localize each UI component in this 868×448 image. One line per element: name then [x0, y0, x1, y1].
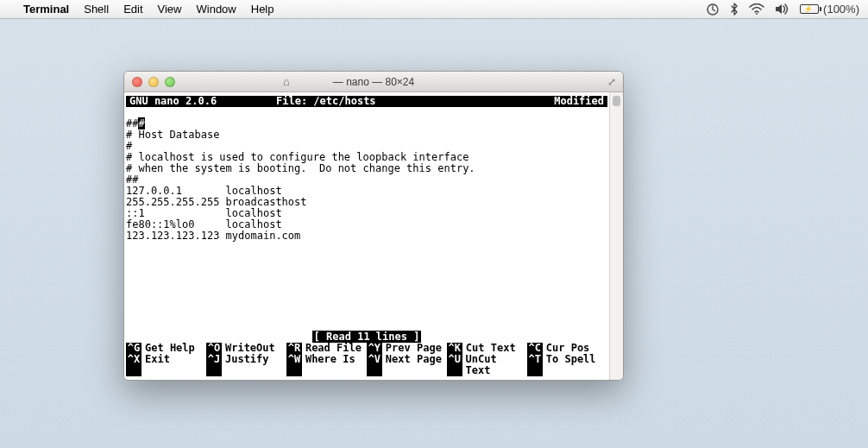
shortcut-to-spell: ^TTo Spell — [527, 354, 607, 376]
menu-help[interactable]: Help — [251, 3, 274, 16]
battery-percent: (100%) — [823, 3, 859, 16]
home-icon: ⌂ — [283, 75, 290, 88]
shortcut-exit: ^XExit — [126, 354, 206, 376]
shortcut-key: ^W — [286, 354, 302, 376]
nano-header: GNU nano 2.0.6 File: /etc/hosts Modified — [126, 96, 607, 107]
fullscreen-icon[interactable]: ⤢ — [607, 76, 616, 88]
terminal-content[interactable]: GNU nano 2.0.6 File: /etc/hosts Modified… — [124, 92, 609, 380]
shortcut-where-is: ^WWhere Is — [286, 354, 367, 376]
menu-edit[interactable]: Edit — [123, 3, 142, 16]
volume-icon[interactable] — [775, 3, 789, 15]
close-button[interactable] — [132, 77, 142, 87]
shortcut-label: Where Is — [302, 354, 355, 376]
shortcut-label: UnCut Text — [462, 354, 527, 376]
shortcut-next-page: ^VNext Page — [367, 354, 447, 376]
cursor: # — [138, 117, 144, 129]
bluetooth-icon[interactable] — [730, 3, 739, 16]
shortcut-key: ^V — [367, 354, 382, 376]
svg-point-1 — [756, 13, 758, 15]
shortcut-justify: ^JJustify — [206, 354, 286, 376]
zoom-button[interactable] — [165, 77, 175, 87]
shortcut-key: ^T — [527, 354, 543, 376]
shortcut-key: ^X — [126, 354, 142, 376]
menu-window[interactable]: Window — [197, 3, 236, 16]
nano-modified: Modified — [535, 96, 604, 107]
shortcut-label: Justify — [222, 354, 269, 376]
menu-bar: Terminal Shell Edit View Window Help ⚡ (… — [0, 0, 868, 19]
nano-shortcuts: ^GGet Help^OWriteOut^RRead File^YPrev Pa… — [126, 343, 607, 376]
titlebar[interactable]: ⌂ — nano — 80×24 ⤢ — [124, 72, 623, 92]
app-name[interactable]: Terminal — [23, 3, 69, 16]
file-line: 123.123.123.123 mydomain.com — [126, 230, 607, 242]
battery-status[interactable]: ⚡ (100%) — [800, 3, 859, 16]
file-line: # Host Database — [126, 129, 607, 141]
time-machine-icon[interactable] — [706, 3, 720, 16]
scrollbar[interactable] — [609, 92, 623, 380]
menu-view[interactable]: View — [158, 3, 182, 16]
shortcut-uncut-text: ^UUnCut Text — [447, 354, 527, 376]
window-title: — nano — 80×24 — [333, 76, 414, 88]
minimize-button[interactable] — [148, 77, 159, 87]
shortcut-label: Next Page — [382, 354, 442, 376]
shortcut-key: ^J — [206, 354, 222, 376]
shortcut-label: To Spell — [543, 354, 596, 376]
menu-shell[interactable]: Shell — [84, 3, 109, 16]
file-line: # when the system is booting. Do not cha… — [126, 163, 607, 174]
nano-file: File: /etc/hosts — [276, 96, 535, 107]
wifi-icon[interactable] — [749, 3, 764, 15]
shortcut-key: ^U — [447, 354, 462, 376]
plug-icon: ⚡ — [804, 6, 813, 13]
shortcut-label: Exit — [142, 354, 170, 376]
terminal-window: ⌂ — nano — 80×24 ⤢ GNU nano 2.0.6 File: … — [123, 71, 624, 381]
nano-version: GNU nano 2.0.6 — [129, 96, 276, 107]
scrollbar-thumb[interactable] — [613, 96, 620, 106]
